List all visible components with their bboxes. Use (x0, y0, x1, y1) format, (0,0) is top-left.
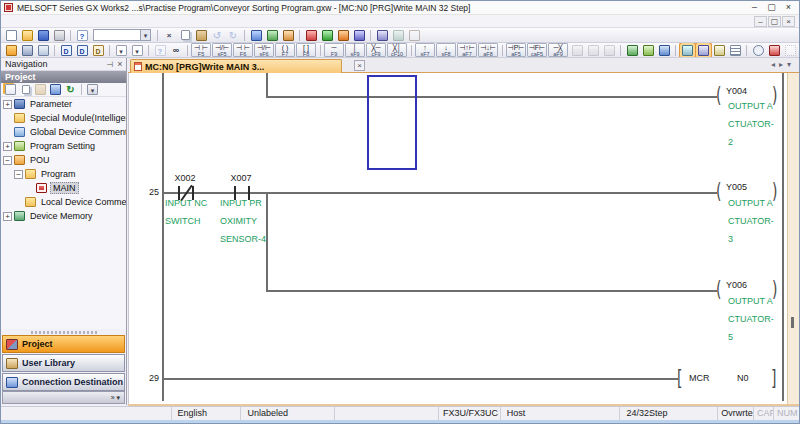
stop-monitoring-icon[interactable] (319, 28, 335, 42)
copy-icon[interactable] (177, 28, 193, 42)
monitor-mode-icon[interactable] (351, 28, 367, 42)
change-tc-setting-icon[interactable] (601, 43, 617, 57)
cut-icon[interactable]: × (161, 28, 177, 42)
paste-icon[interactable] (193, 28, 209, 42)
delete-horizontal-line-button[interactable]: ╳─cF9 (366, 43, 386, 57)
write-to-plc-icon[interactable] (248, 28, 264, 42)
coil-device-label[interactable]: Y006 (726, 280, 770, 290)
tab-scroll-buttons[interactable]: ◂▸▾ (771, 60, 795, 69)
monitor-write-mode-icon[interactable] (335, 28, 351, 42)
docking-window-icon[interactable] (35, 43, 51, 57)
panel-grip[interactable] (31, 331, 97, 334)
vertical-scrollbar[interactable] (787, 73, 800, 404)
tree-expander-icon[interactable]: + (3, 212, 12, 221)
tree-item-pou[interactable]: − POU (1, 153, 126, 167)
device-memory-icon[interactable]: D (90, 43, 106, 57)
falling-pulse-branch-button[interactable]: ⊣↓⊢aF8 (478, 43, 498, 57)
open-contact-button[interactable]: ⊣ ⊢F5 (191, 43, 211, 57)
view-selector-more[interactable]: » ▾ (2, 391, 125, 404)
nav-copy-icon[interactable] (18, 83, 33, 97)
device-comment-icon[interactable]: D (58, 43, 74, 57)
tree-item-local-device-comment[interactable]: Local Device Commen (1, 195, 126, 209)
coil-device-label[interactable]: Y004 (726, 86, 770, 96)
application-instruction-button[interactable]: [ ]F8 (296, 43, 316, 57)
device-display-icon[interactable] (624, 43, 640, 57)
coil-button[interactable]: ( )F7 (275, 43, 295, 57)
save-project-icon[interactable] (35, 28, 51, 42)
tree-expander-icon[interactable]: + (3, 100, 12, 109)
tree-item-global-device-comment[interactable]: Global Device Comment (1, 125, 126, 139)
contact-device-label[interactable]: X007 (219, 173, 263, 183)
view-button-project[interactable]: Project (2, 335, 125, 353)
close-contact-button[interactable]: ⊣/⊢sF5 (212, 43, 232, 57)
device-batch-icon[interactable] (406, 28, 422, 42)
comment-format-dropdown-icon[interactable]: ▾ (113, 43, 129, 57)
view-button-user-library[interactable]: User Library (2, 354, 125, 372)
nav-sort-icon[interactable]: ▾ (85, 83, 100, 97)
horizontal-line-button[interactable]: ─F9 (324, 43, 344, 57)
open-project-icon[interactable] (19, 28, 35, 42)
tree-expander-icon[interactable]: − (14, 170, 23, 179)
close-button[interactable]: × (780, 2, 797, 14)
undo-icon[interactable]: ↺ (209, 28, 225, 42)
mdi-restore-button[interactable]: ▢ (768, 16, 781, 27)
view-button-connection-destination[interactable]: Connection Destination (2, 373, 125, 391)
tab-main-program[interactable]: MC:N0 [PRG]Write MAIN 3... (130, 59, 342, 73)
mdi-minimize-button[interactable]: – (754, 16, 767, 27)
tab-close-icon[interactable]: × (354, 60, 365, 71)
nav-new-data-icon[interactable] (3, 83, 18, 97)
navigation-close-icon[interactable]: × (114, 59, 126, 69)
tree-item-special-module[interactable]: Special Module(Intelligent (1, 111, 126, 125)
minimize-button[interactable]: – (746, 2, 763, 14)
nav-paste-icon[interactable] (33, 83, 48, 97)
tree-expander-icon[interactable]: − (3, 156, 12, 165)
edit-ladder-block-icon[interactable] (585, 43, 601, 57)
display-format-dropdown-icon[interactable]: ▾ (129, 43, 145, 57)
falling-pulse-button[interactable]: ↓sF8 (436, 43, 456, 57)
instruction-mnemonic[interactable]: MCR (689, 373, 710, 383)
invert-operation-button[interactable]: ⊣P⊢aF5 (506, 43, 526, 57)
mdi-close-button[interactable]: × (782, 16, 795, 27)
combo-dropdown-icon[interactable]: ▾ (140, 30, 150, 40)
tree-item-parameter[interactable]: + Parameter (1, 97, 126, 111)
verify-with-plc-icon[interactable] (280, 28, 296, 42)
restore-button[interactable]: ▢ (763, 2, 780, 14)
coil-device-label[interactable]: Y005 (726, 182, 770, 192)
read-from-plc-icon[interactable] (264, 28, 280, 42)
statement-display-icon[interactable] (695, 43, 711, 57)
rising-pulse-button[interactable]: ↑sF7 (415, 43, 435, 57)
find-icon[interactable]: ∞ (168, 43, 184, 57)
grid-display-icon[interactable] (782, 43, 798, 57)
new-project-icon[interactable] (3, 28, 19, 42)
redo-icon[interactable]: ↻ (225, 28, 241, 42)
tree-item-main[interactable]: MAIN (1, 181, 126, 195)
delete-vertical-line-button[interactable]: ╳│cF10 (387, 43, 407, 57)
tree-item-program-setting[interactable]: + Program Setting (1, 139, 126, 153)
tree-item-program[interactable]: − Program (1, 167, 126, 181)
line-statement-list-icon[interactable] (569, 43, 585, 57)
pin-icon[interactable]: ⊤ (105, 59, 114, 69)
close-branch-button[interactable]: ⊣/⊢sF6 (254, 43, 274, 57)
ladder-cursor[interactable] (367, 75, 417, 170)
tree-item-device-memory[interactable]: + Device Memory (1, 209, 126, 223)
pulse-convert-button[interactable]: ⊣F⊢caF5 (527, 43, 547, 57)
module-configuration-icon[interactable] (19, 43, 35, 57)
function-selection-combo[interactable]: ▾ (93, 29, 151, 41)
open-branch-button[interactable]: ⊣ ⊢F6 (233, 43, 253, 57)
print-icon[interactable] (51, 28, 67, 42)
rising-pulse-branch-button[interactable]: ⊣↑⊢aF7 (457, 43, 477, 57)
help-icon[interactable]: ? (74, 28, 90, 42)
delete-line-button[interactable]: ─╳aF9 (548, 43, 568, 57)
tree-expander-icon[interactable]: + (3, 142, 12, 151)
nav-data-security-icon[interactable] (48, 83, 63, 97)
simulation-icon[interactable] (390, 28, 406, 42)
contact-device-label[interactable]: X002 (163, 173, 207, 183)
instruction-operand[interactable]: N0 (737, 373, 749, 383)
navigation-window-icon[interactable] (3, 43, 19, 57)
vertical-line-button[interactable]: │sF9 (345, 43, 365, 57)
display-lines-icon[interactable] (727, 43, 743, 57)
ladder-edit-mode-icon[interactable] (766, 43, 782, 57)
batch-monitor-icon[interactable] (640, 43, 656, 57)
entry-monitor-icon[interactable] (656, 43, 672, 57)
nav-refresh-icon[interactable]: ↻ (63, 83, 78, 97)
